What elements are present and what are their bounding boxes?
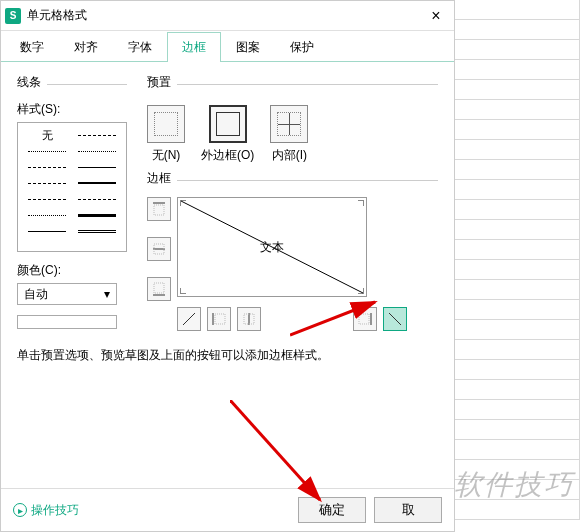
color-value: 自动: [24, 286, 48, 303]
svg-line-14: [389, 313, 401, 325]
style-label: 样式(S):: [17, 101, 127, 118]
svg-rect-1: [154, 205, 164, 215]
svg-line-6: [181, 201, 363, 293]
border-diag-up-button[interactable]: [177, 307, 201, 331]
tab-font[interactable]: 字体: [113, 32, 167, 62]
border-bottom-button[interactable]: [147, 277, 171, 301]
line-style-hair[interactable]: [28, 215, 66, 216]
cancel-button[interactable]: 取: [374, 497, 442, 523]
border-left-button[interactable]: [207, 307, 231, 331]
svg-rect-5: [154, 283, 164, 293]
preset-inside-button[interactable]: [270, 105, 308, 143]
preset-section-title: 预置: [147, 74, 438, 93]
line-style-dashdot[interactable]: [78, 135, 116, 136]
border-section-title: 边框: [147, 170, 438, 189]
tab-pattern[interactable]: 图案: [221, 32, 275, 62]
tab-border[interactable]: 边框: [167, 32, 221, 62]
ok-button[interactable]: 确定: [298, 497, 366, 523]
color-sample: [17, 315, 117, 329]
chevron-down-icon: ▾: [104, 287, 110, 301]
close-button[interactable]: ×: [422, 2, 450, 30]
preset-inside-label: 内部(I): [272, 147, 307, 164]
border-center-button[interactable]: [237, 307, 261, 331]
dialog-title: 单元格格式: [27, 7, 422, 24]
preset-none-label: 无(N): [152, 147, 181, 164]
play-icon: ▸: [13, 503, 27, 517]
app-icon: S: [5, 8, 21, 24]
svg-rect-13: [359, 314, 369, 324]
tab-protection[interactable]: 保护: [275, 32, 329, 62]
preset-none-button[interactable]: [147, 105, 185, 143]
color-label: 颜色(C):: [17, 262, 127, 279]
svg-line-7: [183, 313, 195, 325]
line-section-title: 线条: [17, 74, 127, 93]
border-middle-button[interactable]: [147, 237, 171, 261]
hint-text: 单击预置选项、预览草图及上面的按钮可以添加边框样式。: [17, 347, 438, 364]
titlebar: S 单元格格式 ×: [1, 1, 454, 31]
line-style-medium[interactable]: [78, 182, 116, 184]
line-style-dotted[interactable]: [28, 151, 66, 152]
tab-bar: 数字 对齐 字体 边框 图案 保护: [1, 31, 454, 62]
line-style-list[interactable]: 无: [17, 122, 127, 252]
line-style-thin[interactable]: [28, 231, 66, 232]
diagonal-line-icon: [177, 197, 367, 297]
border-preview[interactable]: 文本: [177, 197, 367, 297]
dialog-content: 线条 样式(S): 无 颜: [1, 62, 454, 488]
line-style-dashdotdot[interactable]: [78, 151, 116, 152]
spreadsheet-grid: [455, 0, 580, 532]
dialog-footer: ▸ 操作技巧 确定 取: [1, 488, 454, 531]
preset-outline-button[interactable]: [209, 105, 247, 143]
color-dropdown[interactable]: 自动 ▾: [17, 283, 117, 305]
line-style-mediumdashdot[interactable]: [28, 199, 66, 200]
cell-format-dialog: S 单元格格式 × 数字 对齐 字体 边框 图案 保护 线条 样式(S): 无: [0, 0, 455, 532]
tab-number[interactable]: 数字: [5, 32, 59, 62]
border-right-button[interactable]: [353, 307, 377, 331]
line-style-double[interactable]: [78, 230, 116, 233]
line-style-thin2[interactable]: [78, 167, 116, 168]
border-top-button[interactable]: [147, 197, 171, 221]
line-style-thick[interactable]: [78, 214, 116, 217]
preset-outline-label: 外边框(O): [201, 147, 254, 164]
svg-rect-9: [215, 314, 225, 324]
border-diag-down-button[interactable]: [383, 307, 407, 331]
line-style-mediumdash[interactable]: [28, 183, 66, 184]
tips-link[interactable]: ▸ 操作技巧: [13, 502, 79, 519]
tips-label: 操作技巧: [31, 502, 79, 519]
line-style-slant[interactable]: [78, 199, 116, 200]
tab-alignment[interactable]: 对齐: [59, 32, 113, 62]
line-style-dashed[interactable]: [28, 167, 66, 168]
line-style-none[interactable]: 无: [42, 128, 53, 143]
